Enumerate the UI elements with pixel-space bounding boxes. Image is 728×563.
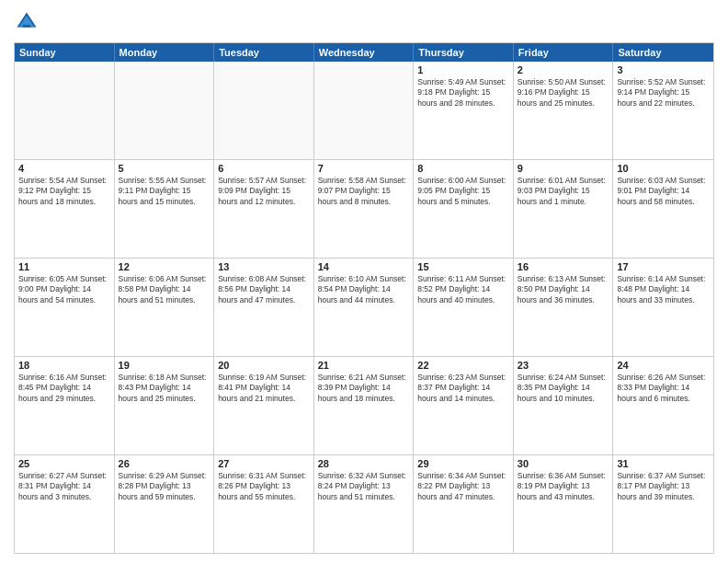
cell-daylight-info: Sunrise: 5:57 AM Sunset: 9:09 PM Dayligh…: [218, 176, 310, 207]
cell-daylight-info: Sunrise: 6:03 AM Sunset: 9:01 PM Dayligh…: [617, 176, 710, 207]
calendar-row: 25Sunrise: 6:27 AM Sunset: 8:31 PM Dayli…: [15, 454, 713, 553]
day-number: 21: [318, 360, 410, 371]
day-number: 10: [617, 163, 710, 174]
calendar-cell: 9Sunrise: 6:01 AM Sunset: 9:03 PM Daylig…: [514, 160, 614, 258]
calendar-cell: 31Sunrise: 6:37 AM Sunset: 8:17 PM Dayli…: [613, 455, 713, 553]
cell-daylight-info: Sunrise: 6:18 AM Sunset: 8:43 PM Dayligh…: [119, 373, 210, 404]
cell-daylight-info: Sunrise: 6:05 AM Sunset: 9:00 PM Dayligh…: [18, 274, 110, 305]
calendar-cell: 12Sunrise: 6:06 AM Sunset: 8:58 PM Dayli…: [115, 259, 215, 356]
day-number: 11: [18, 261, 110, 272]
weekday-header: Wednesday: [314, 43, 415, 62]
calendar-cell: 17Sunrise: 6:14 AM Sunset: 8:48 PM Dayli…: [613, 259, 713, 356]
day-number: 2: [518, 64, 609, 75]
logo: [14, 9, 43, 35]
calendar-body: 1Sunrise: 5:49 AM Sunset: 9:18 PM Daylig…: [15, 62, 713, 553]
calendar-cell: 15Sunrise: 6:11 AM Sunset: 8:52 PM Dayli…: [414, 259, 514, 356]
logo-icon: [14, 9, 40, 35]
page-header: [14, 9, 714, 35]
weekday-header: Sunday: [15, 43, 115, 62]
day-number: 26: [119, 458, 210, 469]
day-number: 12: [119, 261, 210, 272]
calendar-cell: 13Sunrise: 6:08 AM Sunset: 8:56 PM Dayli…: [214, 259, 314, 356]
cell-daylight-info: Sunrise: 6:11 AM Sunset: 8:52 PM Dayligh…: [417, 274, 509, 305]
cell-daylight-info: Sunrise: 6:00 AM Sunset: 9:05 PM Dayligh…: [417, 176, 509, 207]
cell-daylight-info: Sunrise: 5:58 AM Sunset: 9:07 PM Dayligh…: [318, 176, 410, 207]
calendar-cell: 24Sunrise: 6:26 AM Sunset: 8:33 PM Dayli…: [613, 357, 713, 454]
calendar-cell: 23Sunrise: 6:24 AM Sunset: 8:35 PM Dayli…: [514, 357, 614, 454]
day-number: 9: [518, 163, 609, 174]
cell-daylight-info: Sunrise: 6:13 AM Sunset: 8:50 PM Dayligh…: [518, 274, 609, 305]
calendar-cell: 5Sunrise: 5:55 AM Sunset: 9:11 PM Daylig…: [115, 160, 215, 258]
weekday-header: Monday: [115, 43, 215, 62]
day-number: 19: [119, 360, 210, 371]
cell-daylight-info: Sunrise: 6:31 AM Sunset: 8:26 PM Dayligh…: [218, 471, 310, 502]
calendar-cell: 4Sunrise: 5:54 AM Sunset: 9:12 PM Daylig…: [15, 160, 115, 258]
calendar-cell: 2Sunrise: 5:50 AM Sunset: 9:16 PM Daylig…: [514, 62, 614, 159]
calendar-row: 18Sunrise: 6:16 AM Sunset: 8:45 PM Dayli…: [15, 356, 713, 454]
cell-daylight-info: Sunrise: 6:37 AM Sunset: 8:17 PM Dayligh…: [617, 471, 710, 502]
day-number: 24: [617, 360, 710, 371]
calendar-cell: 29Sunrise: 6:34 AM Sunset: 8:22 PM Dayli…: [414, 455, 514, 553]
cell-daylight-info: Sunrise: 6:36 AM Sunset: 8:19 PM Dayligh…: [518, 471, 609, 502]
cell-daylight-info: Sunrise: 6:21 AM Sunset: 8:39 PM Dayligh…: [318, 373, 410, 404]
empty-cell: [115, 62, 215, 159]
day-number: 25: [18, 458, 110, 469]
day-number: 15: [417, 261, 509, 272]
cell-daylight-info: Sunrise: 6:01 AM Sunset: 9:03 PM Dayligh…: [518, 176, 609, 207]
day-number: 4: [18, 163, 110, 174]
cell-daylight-info: Sunrise: 5:50 AM Sunset: 9:16 PM Dayligh…: [518, 77, 609, 109]
calendar-row: 11Sunrise: 6:05 AM Sunset: 9:00 PM Dayli…: [15, 258, 713, 356]
cell-daylight-info: Sunrise: 6:23 AM Sunset: 8:37 PM Dayligh…: [417, 373, 509, 404]
weekday-header: Friday: [514, 43, 614, 62]
day-number: 13: [218, 261, 310, 272]
calendar-cell: 16Sunrise: 6:13 AM Sunset: 8:50 PM Dayli…: [514, 259, 614, 356]
calendar-cell: 11Sunrise: 6:05 AM Sunset: 9:00 PM Dayli…: [15, 259, 115, 356]
svg-rect-2: [23, 25, 30, 28]
calendar-cell: 21Sunrise: 6:21 AM Sunset: 8:39 PM Dayli…: [314, 357, 415, 454]
calendar-cell: 10Sunrise: 6:03 AM Sunset: 9:01 PM Dayli…: [613, 160, 713, 258]
calendar-cell: 22Sunrise: 6:23 AM Sunset: 8:37 PM Dayli…: [414, 357, 514, 454]
empty-cell: [314, 62, 415, 159]
calendar-cell: 27Sunrise: 6:31 AM Sunset: 8:26 PM Dayli…: [214, 455, 314, 553]
day-number: 28: [318, 458, 410, 469]
calendar-cell: 6Sunrise: 5:57 AM Sunset: 9:09 PM Daylig…: [214, 160, 314, 258]
day-number: 1: [417, 64, 509, 75]
cell-daylight-info: Sunrise: 5:55 AM Sunset: 9:11 PM Dayligh…: [119, 176, 210, 207]
cell-daylight-info: Sunrise: 6:34 AM Sunset: 8:22 PM Dayligh…: [417, 471, 509, 502]
weekday-header: Thursday: [414, 43, 514, 62]
calendar-row: 4Sunrise: 5:54 AM Sunset: 9:12 PM Daylig…: [15, 159, 713, 258]
calendar-cell: 28Sunrise: 6:32 AM Sunset: 8:24 PM Dayli…: [314, 455, 415, 553]
cell-daylight-info: Sunrise: 6:32 AM Sunset: 8:24 PM Dayligh…: [318, 471, 410, 502]
day-number: 31: [617, 458, 710, 469]
empty-cell: [214, 62, 314, 159]
day-number: 20: [218, 360, 310, 371]
cell-daylight-info: Sunrise: 6:27 AM Sunset: 8:31 PM Dayligh…: [18, 471, 110, 502]
cell-daylight-info: Sunrise: 6:06 AM Sunset: 8:58 PM Dayligh…: [119, 274, 210, 305]
day-number: 7: [318, 163, 410, 174]
calendar: SundayMondayTuesdayWednesdayThursdayFrid…: [14, 42, 714, 554]
cell-daylight-info: Sunrise: 6:29 AM Sunset: 8:28 PM Dayligh…: [119, 471, 210, 502]
day-number: 18: [18, 360, 110, 371]
calendar-header: SundayMondayTuesdayWednesdayThursdayFrid…: [15, 43, 713, 62]
calendar-cell: 18Sunrise: 6:16 AM Sunset: 8:45 PM Dayli…: [15, 357, 115, 454]
cell-daylight-info: Sunrise: 6:08 AM Sunset: 8:56 PM Dayligh…: [218, 274, 310, 305]
day-number: 5: [119, 163, 210, 174]
calendar-row: 1Sunrise: 5:49 AM Sunset: 9:18 PM Daylig…: [15, 62, 713, 159]
cell-daylight-info: Sunrise: 6:24 AM Sunset: 8:35 PM Dayligh…: [518, 373, 609, 404]
weekday-header: Tuesday: [214, 43, 314, 62]
cell-daylight-info: Sunrise: 6:16 AM Sunset: 8:45 PM Dayligh…: [18, 373, 110, 404]
cell-daylight-info: Sunrise: 6:26 AM Sunset: 8:33 PM Dayligh…: [617, 373, 710, 404]
calendar-cell: 25Sunrise: 6:27 AM Sunset: 8:31 PM Dayli…: [15, 455, 115, 553]
calendar-cell: 14Sunrise: 6:10 AM Sunset: 8:54 PM Dayli…: [314, 259, 415, 356]
calendar-cell: 1Sunrise: 5:49 AM Sunset: 9:18 PM Daylig…: [414, 62, 514, 159]
cell-daylight-info: Sunrise: 5:52 AM Sunset: 9:14 PM Dayligh…: [617, 77, 710, 109]
calendar-cell: 20Sunrise: 6:19 AM Sunset: 8:41 PM Dayli…: [214, 357, 314, 454]
calendar-cell: 7Sunrise: 5:58 AM Sunset: 9:07 PM Daylig…: [314, 160, 415, 258]
day-number: 23: [518, 360, 609, 371]
day-number: 17: [617, 261, 710, 272]
calendar-cell: 8Sunrise: 6:00 AM Sunset: 9:05 PM Daylig…: [414, 160, 514, 258]
cell-daylight-info: Sunrise: 5:54 AM Sunset: 9:12 PM Dayligh…: [18, 176, 110, 207]
cell-daylight-info: Sunrise: 5:49 AM Sunset: 9:18 PM Dayligh…: [417, 77, 509, 109]
day-number: 8: [417, 163, 509, 174]
cell-daylight-info: Sunrise: 6:14 AM Sunset: 8:48 PM Dayligh…: [617, 274, 710, 305]
